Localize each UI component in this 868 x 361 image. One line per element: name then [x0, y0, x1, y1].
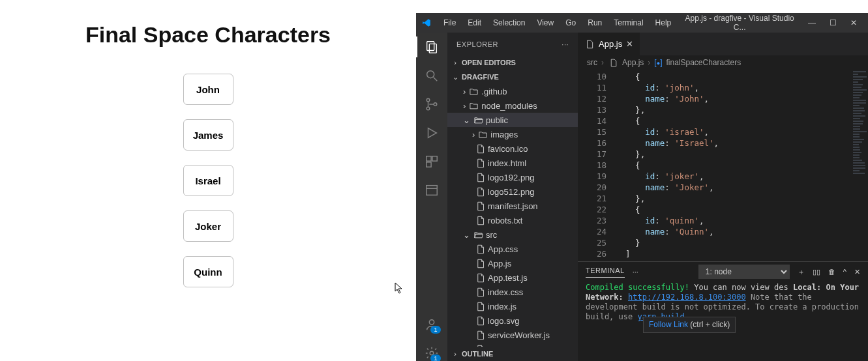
- explorer-icon[interactable]: [424, 39, 440, 55]
- svg-rect-9: [432, 156, 437, 161]
- folder-open-icon: [473, 115, 483, 125]
- run-debug-icon[interactable]: [424, 125, 440, 141]
- character-card[interactable]: Joker: [183, 210, 233, 242]
- maximize-button[interactable]: ☐: [824, 16, 842, 29]
- tree-item[interactable]: setupTests.is: [447, 342, 578, 347]
- file-icon: [475, 272, 485, 283]
- tree-label: robots.txt: [488, 216, 522, 225]
- menu-selection[interactable]: Selection: [488, 16, 530, 30]
- menu-bar: FileEditSelectionViewGoRunTerminalHelp: [438, 16, 676, 30]
- tree-label: index.js: [488, 302, 516, 311]
- split-terminal-icon[interactable]: ▯▯: [813, 268, 820, 276]
- tree-item[interactable]: logo.svg: [447, 313, 578, 328]
- code-editor[interactable]: 1011121314151617181920212223242526272829…: [578, 70, 868, 261]
- terminal-selector[interactable]: 1: node: [698, 265, 790, 279]
- tree-label: index.html: [488, 158, 526, 168]
- tree-label: App.css: [488, 244, 518, 254]
- tree-item[interactable]: robots.txt: [447, 213, 578, 227]
- minimize-button[interactable]: —: [803, 16, 821, 29]
- tree-item[interactable]: ›images: [447, 127, 578, 141]
- maximize-panel-icon[interactable]: ^: [843, 268, 846, 276]
- extensions-icon[interactable]: [424, 154, 440, 169]
- tree-item[interactable]: favicon.ico: [447, 141, 578, 156]
- preview-icon[interactable]: [424, 182, 440, 198]
- browser-app: Final Space Characters JohnJamesIsraelJo…: [0, 0, 416, 361]
- accounts-icon[interactable]: 1: [424, 317, 440, 332]
- terminal-link[interactable]: http://192.168.8.100:3000: [628, 293, 746, 302]
- svg-rect-0: [427, 42, 434, 51]
- terminal-more-icon[interactable]: ···: [633, 268, 638, 276]
- breadcrumb-src[interactable]: src: [587, 58, 597, 67]
- search-icon[interactable]: [424, 68, 440, 83]
- kill-terminal-icon[interactable]: 🗑: [828, 268, 835, 276]
- link-tooltip: Follow Link (ctrl + click): [643, 317, 736, 333]
- tree-item[interactable]: ›.github: [447, 84, 578, 98]
- menu-edit[interactable]: Edit: [462, 16, 486, 30]
- tree-label: logo.svg: [488, 316, 519, 326]
- new-terminal-icon[interactable]: ＋: [798, 267, 805, 277]
- file-icon: [475, 301, 485, 311]
- breadcrumb-file[interactable]: App.js: [622, 58, 644, 67]
- character-card[interactable]: Israel: [183, 165, 233, 196]
- tab-label: App.js: [599, 39, 622, 49]
- tree-item[interactable]: logo512.png: [447, 184, 578, 199]
- terminal-line: Compiled successfully!: [586, 283, 689, 292]
- svg-rect-1: [429, 44, 436, 53]
- tree-item[interactable]: App.js: [447, 256, 578, 270]
- breadcrumb-symbol[interactable]: finalSpaceCharacters: [666, 58, 741, 67]
- tab-close-icon[interactable]: ✕: [626, 39, 633, 49]
- folder-icon: [477, 129, 488, 139]
- tab-app-js[interactable]: App.js ✕: [578, 33, 640, 55]
- svg-rect-8: [427, 156, 431, 161]
- file-icon: [475, 143, 485, 154]
- character-card[interactable]: Quinn: [183, 256, 233, 287]
- tree-item[interactable]: ⌄public: [447, 113, 578, 127]
- menu-terminal[interactable]: Terminal: [608, 16, 648, 30]
- code-content[interactable]: { id: 'john', name: 'John', }, { id: 'is…: [616, 70, 868, 261]
- tree-item[interactable]: index.html: [447, 156, 578, 170]
- file-icon: [475, 172, 485, 182]
- tree-item[interactable]: App.css: [447, 242, 578, 256]
- svg-point-2: [427, 71, 434, 78]
- file-icon: [475, 186, 485, 197]
- terminal-tab[interactable]: TERMINAL: [586, 267, 625, 278]
- terminal-output[interactable]: Compiled successfully! You can now view …: [578, 282, 868, 361]
- tree-item[interactable]: ›node_modules: [447, 98, 578, 113]
- tree-item[interactable]: index.css: [447, 285, 578, 299]
- menu-view[interactable]: View: [531, 16, 559, 30]
- minimap[interactable]: [851, 70, 868, 261]
- tree-label: src: [486, 230, 497, 240]
- close-button[interactable]: ✕: [845, 16, 863, 29]
- outline-section[interactable]: ›OUTLINE: [447, 347, 578, 361]
- svg-point-13: [429, 320, 434, 325]
- tree-label: logo192.png: [488, 173, 535, 182]
- file-icon: [475, 258, 485, 268]
- svg-rect-10: [427, 162, 431, 167]
- tree-item[interactable]: index.js: [447, 299, 578, 313]
- more-icon[interactable]: ···: [561, 40, 569, 48]
- tree-item[interactable]: ⌄src: [447, 227, 578, 242]
- menu-file[interactable]: File: [438, 16, 461, 30]
- character-card[interactable]: James: [183, 119, 233, 151]
- breadcrumb[interactable]: src› App.js› [●] finalSpaceCharacters: [578, 55, 868, 70]
- tree-item[interactable]: serviceWorker.js: [447, 328, 578, 342]
- folder-open-icon: [473, 229, 483, 240]
- tree-item[interactable]: manifest.json: [447, 199, 578, 213]
- close-panel-icon[interactable]: ✕: [854, 268, 860, 276]
- editor-area: App.js ✕ src› App.js› [●] finalSpaceChar…: [578, 33, 868, 361]
- window-title: App.js - dragfive - Visual Studio C...: [679, 14, 800, 32]
- settings-gear-icon[interactable]: 1: [424, 345, 440, 361]
- menu-go[interactable]: Go: [560, 16, 581, 30]
- character-card[interactable]: John: [183, 74, 233, 105]
- menu-run[interactable]: Run: [582, 16, 607, 30]
- svg-point-5: [427, 107, 430, 110]
- tree-item[interactable]: logo192.png: [447, 170, 578, 184]
- svg-rect-11: [427, 186, 438, 195]
- menu-help[interactable]: Help: [650, 16, 677, 30]
- source-control-icon[interactable]: [424, 96, 440, 112]
- project-section[interactable]: ⌄DRAGFIVE: [447, 70, 578, 84]
- vscode-window: FileEditSelectionViewGoRunTerminalHelp A…: [416, 13, 868, 361]
- js-file-icon: [608, 57, 618, 68]
- open-editors-section[interactable]: ›OPEN EDITORS: [447, 55, 578, 70]
- tree-item[interactable]: App.test.js: [447, 270, 578, 285]
